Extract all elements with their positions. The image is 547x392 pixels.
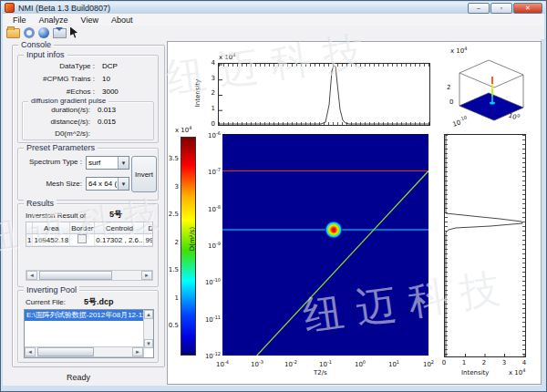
cb-tick: 0.5: [168, 322, 179, 329]
pool-title: Inverting Pool: [24, 285, 79, 294]
pulse-title: diffusion gradient pulse: [28, 97, 108, 106]
row-area: 169452.18: [33, 234, 70, 246]
chevron-down-icon[interactable]: ▼: [118, 157, 129, 169]
t2-curve: [219, 64, 429, 125]
col-index: [26, 222, 33, 234]
x-tick: 3: [499, 359, 510, 366]
scroll-right-icon[interactable]: ►: [132, 347, 143, 356]
scroll-thumb[interactable]: [37, 347, 94, 356]
x-tick: 4: [519, 359, 530, 366]
menu-about[interactable]: About: [105, 15, 139, 25]
results-table: Area Border Centroid Dist 1 169452.18 0.…: [26, 222, 153, 247]
maximize-button[interactable]: ▫: [490, 3, 512, 14]
preset-groupbox: Preset Parameters Spectrum Type : surf▼ …: [17, 148, 159, 201]
console-groupbox: Console Input infos DataType :DCP #CPMG …: [12, 45, 165, 367]
invert-button[interactable]: Invert: [131, 156, 157, 192]
pool-hscrollbar[interactable]: ◄ ►: [25, 346, 144, 357]
echos-label: #Echos :: [18, 88, 95, 96]
y-tick: 1: [204, 105, 215, 112]
scroll-thumb[interactable]: [39, 271, 112, 280]
minimize-button[interactable]: –: [468, 3, 490, 14]
menu-analyze[interactable]: Analyze: [33, 15, 75, 25]
spectrum-type-select[interactable]: surf▼: [86, 156, 129, 170]
scroll-up-icon[interactable]: ▲: [144, 310, 153, 319]
t2-projection-plot: [218, 63, 430, 126]
datatype-label: DataType :: [18, 62, 95, 70]
map-ylabel: D(m²/s): [189, 227, 196, 251]
colorbar-exp-label: x 104: [175, 125, 191, 134]
x-tick: 10-3: [244, 359, 270, 368]
preset-title: Preset Parameters: [24, 143, 98, 152]
row-border: [70, 234, 95, 246]
spectrum-type-label: Spectrum Type :: [24, 158, 82, 166]
mesh-size-select[interactable]: 64 x 64 (...▼: [86, 177, 129, 191]
y-tick: 10-10: [197, 277, 221, 286]
results-groupbox: Results Inversion Result of 5号 Area Bord…: [17, 203, 159, 287]
surf3d-exp-label: x 104: [450, 46, 467, 55]
col-dist: Dist: [144, 222, 153, 234]
row-index: 1: [26, 234, 33, 246]
datatype-value: DCP: [102, 62, 118, 70]
open-folder-icon[interactable]: [6, 28, 20, 38]
cb-tick: 1: [168, 294, 179, 302]
x-tick: 101: [381, 359, 407, 368]
cpmg-trains-value: 10: [102, 75, 110, 83]
input-infos-title: Input infos: [24, 50, 67, 59]
chevron-down-icon[interactable]: ▼: [118, 178, 129, 190]
pool-listbox[interactable]: E:\面阵列试验数据-2012年08月12-11-01东方石油大学不整.. ▲ …: [24, 309, 154, 358]
pulse-groupbox: diffusion gradient pulse duration(/s):0.…: [22, 101, 154, 140]
col-border: Border: [70, 222, 95, 234]
x-tick: 10-1: [313, 359, 338, 368]
menu-bar: File Analyze View About: [3, 14, 544, 26]
cursor-icon[interactable]: [70, 27, 77, 38]
border-checkbox[interactable]: [77, 234, 87, 243]
d-t2-map: 1: [222, 134, 428, 356]
cb-tick: 2.5: [168, 211, 179, 218]
cb-tick: 3: [168, 183, 179, 191]
globe-icon[interactable]: [38, 27, 49, 38]
x-tick: 1: [459, 359, 470, 366]
z-tick: 0: [449, 98, 453, 106]
distance-value: 0.015: [98, 118, 116, 126]
ring-icon[interactable]: [24, 27, 35, 38]
x-tick: 2: [479, 359, 490, 366]
title-bar[interactable]: NMI (Beta 1.3 Build0807) – ▫ ✕: [2, 2, 545, 14]
z-tick: 2: [447, 84, 450, 91]
col-centroid: Centroid: [95, 222, 144, 234]
close-button[interactable]: ✕: [513, 3, 542, 14]
d0-label: D0(m^2/s):: [23, 129, 90, 138]
cb-tick: 3.5: [168, 155, 179, 162]
map-xlabel: T2/s: [314, 369, 327, 377]
pool-vscrollbar[interactable]: ▲ ▼: [143, 310, 153, 348]
mesh-size-label: Mesh Size:: [24, 180, 82, 188]
dplot-exp-label: x 104: [509, 367, 525, 377]
y-tick: 10-11: [197, 315, 221, 324]
scroll-left-icon[interactable]: ◄: [25, 347, 36, 356]
x-tick: 0: [439, 359, 449, 366]
current-file-value: 5号.dcp: [84, 296, 114, 308]
d-projection-plot: [444, 134, 526, 357]
scroll-left-icon[interactable]: ◄: [26, 271, 37, 280]
t2plot-exp-label: x 104: [219, 52, 235, 61]
y-tick: 10-9: [197, 241, 221, 250]
scroll-down-icon[interactable]: ▼: [144, 339, 153, 348]
menu-file[interactable]: File: [6, 15, 33, 25]
menu-view[interactable]: View: [75, 15, 105, 25]
import-icon[interactable]: [53, 28, 67, 38]
results-caption: Inversion Result of: [26, 211, 86, 220]
distance-label: distance(/s):: [23, 118, 90, 126]
scroll-right-icon[interactable]: ►: [141, 271, 152, 280]
window-title: NMI (Beta 1.3 Build0807): [18, 4, 468, 13]
map-overlay: 1: [222, 134, 428, 356]
y-tick: 3: [204, 75, 215, 82]
table-row[interactable]: 1 169452.18 0.17302 , 2.6.. 99.21: [26, 234, 153, 246]
results-file-tag: 5号: [109, 209, 122, 221]
cpmg-trains-label: #CPMG Trains :: [18, 75, 95, 83]
current-file-label: Current File:: [26, 298, 66, 306]
y-tick: 2: [204, 89, 215, 97]
x-tick: 102: [416, 359, 441, 368]
results-hscrollbar[interactable]: ◄ ►: [26, 270, 153, 281]
list-item[interactable]: E:\面阵列试验数据-2012年08月12-11-01东方石油大学不整..: [25, 310, 143, 321]
row-dist: 99.21: [144, 234, 153, 246]
status-text: Ready: [67, 373, 90, 382]
